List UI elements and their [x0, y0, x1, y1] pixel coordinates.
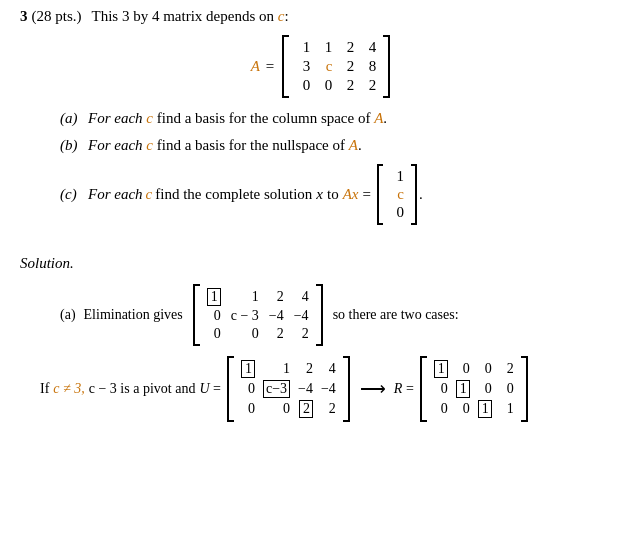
rhs-cells: 1 c 0 [385, 164, 409, 225]
left-bracket-elim [193, 284, 200, 346]
matrix-A-display: A = 1 1 2 4 3 c 2 8 0 0 2 2 [20, 35, 623, 98]
R-matrix-wrapper: 1 0 0 2 0 1 0 0 0 0 1 1 [420, 356, 528, 422]
problem-number: 3 [20, 8, 28, 25]
pivot-1-elim: 1 [207, 288, 221, 306]
c-variable-intro: c [278, 8, 285, 25]
elim-matrix-cells: 1 1 2 4 0 c − 3 −4 −4 0 0 2 2 [202, 284, 314, 346]
problem-intro-text: This 3 by 4 matrix depends on c: [92, 8, 289, 25]
if-label: If [40, 381, 49, 397]
part-b-text: For each c find a basis for the nullspac… [88, 137, 623, 154]
part-a-line: (a) For each c find a basis for the colu… [20, 110, 623, 127]
left-bracket-U [227, 356, 234, 422]
matrix-A-cells: 1 1 2 4 3 c 2 8 0 0 2 2 [291, 35, 381, 98]
elim-text: Elimination gives [84, 307, 183, 323]
R-pivot-1: 1 [434, 360, 448, 378]
U-pivot-c3: c−3 [263, 380, 290, 398]
R-pivot-3: 1 [478, 400, 492, 418]
part-b-label: (b) [60, 137, 88, 154]
part-b-line: (b) For each c find a basis for the null… [20, 137, 623, 154]
part-a-label: (a) [60, 110, 88, 127]
rhs-vector-c: 1 c 0 [377, 164, 417, 225]
part-c-line: (c) For each c find the complete solutio… [20, 164, 623, 225]
pivot-description: c − 3 is a pivot and [89, 381, 196, 397]
U-pivot-2: 2 [299, 400, 313, 418]
part-c-label: (c) [60, 186, 88, 203]
right-bracket-elim [316, 284, 323, 346]
problem-header: 3 (28 pts.) This 3 by 4 matrix depends o… [20, 8, 623, 25]
R-label: R = [394, 381, 414, 397]
part-a-text: For each c find a basis for the column s… [88, 110, 623, 127]
A-equals-label: A [251, 58, 260, 75]
c-neq-3-text: c ≠ 3, [53, 381, 84, 397]
U-matrix-cells: 1 1 2 4 0 c−3 −4 −4 0 0 2 2 [236, 356, 341, 422]
intro-phrase: This 3 by 4 matrix depends on [92, 8, 274, 25]
right-bracket-R [521, 356, 528, 422]
R-matrix-cells: 1 0 0 2 0 1 0 0 0 0 1 1 [429, 356, 519, 422]
colon: : [284, 8, 288, 25]
R-pivot-2: 1 [456, 380, 470, 398]
problem-points: (28 pts.) [32, 8, 82, 25]
arrow-to-R: ⟶ [360, 378, 386, 400]
if-c-neq-3-line: If c ≠ 3, c − 3 is a pivot and U = 1 1 2… [20, 356, 623, 422]
right-bracket-rhs [411, 164, 417, 225]
U-label: U = [199, 381, 221, 397]
part-c-text: For each c find the complete solution x … [88, 164, 623, 225]
solution-label: Solution. [20, 255, 623, 272]
left-bracket-R [420, 356, 427, 422]
solution-section: Solution. (a) Elimination gives 1 1 2 4 … [20, 255, 623, 422]
left-bracket-A [282, 35, 289, 98]
equals-sign: = [266, 58, 274, 75]
so-two-cases: so there are two cases: [333, 307, 459, 323]
matrix-A-wrapper: 1 1 2 4 3 c 2 8 0 0 2 2 [282, 35, 390, 98]
right-bracket-U [343, 356, 350, 422]
right-bracket-A [383, 35, 390, 98]
left-bracket-rhs [377, 164, 383, 225]
U-matrix-wrapper: 1 1 2 4 0 c−3 −4 −4 0 0 2 2 [227, 356, 350, 422]
part-a-sol-label: (a) [60, 307, 76, 323]
U-pivot-1: 1 [241, 360, 255, 378]
elim-line: (a) Elimination gives 1 1 2 4 0 c − 3 −4… [20, 284, 623, 346]
elim-matrix-wrapper: 1 1 2 4 0 c − 3 −4 −4 0 0 2 2 [193, 284, 323, 346]
